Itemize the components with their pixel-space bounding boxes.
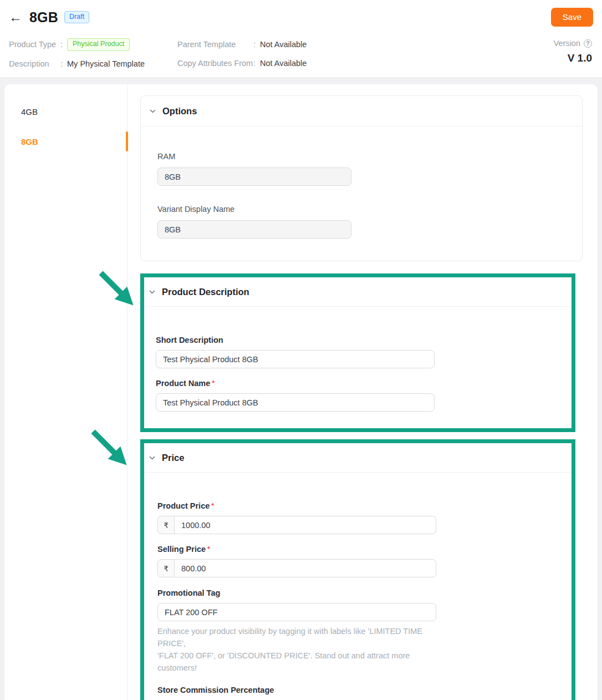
product-type-badge: Physical Product <box>67 38 130 51</box>
product-name-field: Product Name* <box>156 379 558 412</box>
copy-attributes-value: Not Available <box>260 59 307 68</box>
options-section-title: Options <box>162 106 197 116</box>
short-description-label: Short Description <box>156 336 558 344</box>
page-header: ← 8GB Draft Save Product Type : Physical… <box>0 0 602 77</box>
variant-sidebar: 4GB 8GB <box>4 84 127 700</box>
description-line: Description : My Physical Template <box>9 58 177 70</box>
short-description-input[interactable] <box>156 350 435 368</box>
rupee-currency-prefix: ₹ <box>157 516 175 534</box>
price-body: Product Price* ₹ Selling Price* ₹ <box>144 473 572 700</box>
meta-left-column: Product Type : Physical Product Descript… <box>9 38 177 70</box>
rupee-currency-prefix: ₹ <box>157 559 175 577</box>
version-label: Version <box>554 39 580 48</box>
product-description-section-highlight: Product Description Short Description Pr… <box>140 273 575 432</box>
chevron-down-icon <box>149 288 156 296</box>
store-commission-label: Store Commission Percentage <box>157 686 558 694</box>
product-description-header[interactable]: Product Description <box>144 277 572 306</box>
variant-content: Options RAM Variant Display Name P <box>140 84 583 700</box>
required-asterisk: * <box>212 379 215 387</box>
promotional-tag-field: Promotional Tag Enhance your product vis… <box>157 589 558 674</box>
variant-editor-card: 4GB 8GB Options RAM Variant Dis <box>4 84 598 700</box>
promotional-tag-input[interactable] <box>157 603 436 621</box>
parent-template-line: Parent Template : Not Available <box>177 38 360 50</box>
selling-price-field: Selling Price* ₹ <box>157 545 558 577</box>
required-asterisk: * <box>211 501 214 510</box>
product-name-input[interactable] <box>156 393 435 412</box>
status-badge: Draft <box>64 11 89 24</box>
chevron-down-icon <box>149 454 156 461</box>
selling-price-input[interactable] <box>175 559 436 577</box>
back-arrow-icon[interactable]: ← <box>9 11 22 24</box>
product-price-label: Product Price* <box>157 501 558 510</box>
title-row: ← 8GB Draft Save <box>9 8 593 27</box>
price-title: Price <box>162 453 184 463</box>
sidebar-item-8gb[interactable]: 8GB <box>4 126 127 156</box>
promotional-tag-helper-text: Enhance your product visibility by taggi… <box>157 625 446 674</box>
copy-attributes-line: Copy Attributes From : Not Available <box>177 57 360 69</box>
active-indicator-bar <box>126 131 128 151</box>
variant-display-name-label: Variant Display Name <box>157 205 565 214</box>
options-section: Options RAM Variant Display Name <box>140 95 583 261</box>
product-price-input[interactable] <box>175 516 436 534</box>
options-section-header[interactable]: Options <box>141 96 582 126</box>
product-type-line: Product Type : Physical Product <box>9 38 177 51</box>
store-commission-field: Store Commission Percentage % <box>157 686 558 700</box>
ram-label: RAM <box>157 152 565 161</box>
variant-display-name-field: Variant Display Name <box>157 205 565 239</box>
chevron-down-icon <box>149 108 156 115</box>
variant-display-name-input[interactable] <box>157 220 351 239</box>
product-description-title: Product Description <box>162 287 249 297</box>
description-value: My Physical Template <box>67 59 145 68</box>
required-asterisk: * <box>207 545 210 553</box>
product-name-label: Product Name* <box>156 379 558 388</box>
sidebar-item-4gb[interactable]: 4GB <box>4 97 127 126</box>
parent-template-value: Not Available <box>260 40 307 49</box>
selling-price-label: Selling Price* <box>157 545 558 554</box>
version-value: V 1.0 <box>554 52 592 64</box>
options-body: RAM Variant Display Name <box>141 126 582 261</box>
sidebar-item-label: 8GB <box>21 137 38 146</box>
product-price-field: Product Price* ₹ <box>157 501 558 534</box>
description-label: Description <box>9 59 60 68</box>
copy-attributes-label: Copy Attributes From <box>177 59 253 68</box>
product-type-label: Product Type <box>9 40 60 49</box>
product-description-body: Short Description Product Name* <box>144 307 572 428</box>
promotional-tag-label: Promotional Tag <box>157 589 558 597</box>
ram-input[interactable] <box>157 168 351 186</box>
price-header[interactable]: Price <box>144 443 572 472</box>
ram-field: RAM <box>157 152 565 186</box>
version-block: Version ? V 1.0 <box>554 38 593 70</box>
meta-row: Product Type : Physical Product Descript… <box>9 38 593 70</box>
sidebar-item-label: 4GB <box>21 107 38 116</box>
save-button[interactable]: Save <box>551 8 593 27</box>
meta-middle-column: Parent Template : Not Available Copy Att… <box>177 38 360 70</box>
page-title: 8GB <box>29 9 58 26</box>
short-description-field: Short Description <box>156 336 558 368</box>
help-circle-icon[interactable]: ? <box>584 39 592 48</box>
parent-template-label: Parent Template <box>177 40 253 49</box>
price-section-highlight: Price Product Price* ₹ Selling Price* <box>140 439 575 700</box>
